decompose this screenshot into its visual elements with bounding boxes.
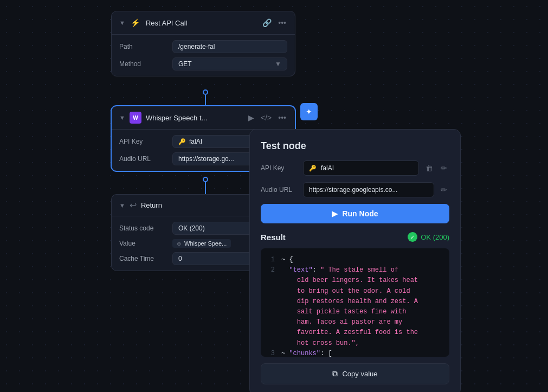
text-value: " The stale smell of old beer lingers. I… (281, 266, 418, 346)
whisper-header: ▼ W Whisper Speech t... ▶ </> ••• (112, 106, 295, 130)
delete-api-key-button[interactable]: 🗑 (423, 163, 435, 173)
colon-3: : (320, 350, 328, 357)
value-tag-text: Whisper Spee... (184, 240, 227, 247)
api-key-value: falAI (189, 138, 202, 145)
code-line-3: 3 ~ "chunks": [ (267, 349, 443, 357)
path-field: Path /generate-fal (119, 40, 287, 53)
bracket-open: [ (328, 350, 332, 357)
link-button[interactable]: 🔗 (261, 17, 273, 28)
line-content-3: ~ "chunks": [ (281, 349, 443, 357)
tilde-3: ~ (281, 350, 289, 357)
copy-value-button[interactable]: ⧉ Copy value (261, 363, 449, 384)
method-value: GET (178, 60, 192, 68)
test-api-key-value: falAI (321, 164, 334, 172)
edit-audio-url-button[interactable]: ✏ (439, 184, 449, 195)
whisper-title: Whisper Speech t... (146, 114, 207, 122)
method-chevron-icon: ▼ (275, 60, 281, 68)
more-button[interactable]: ••• (277, 17, 287, 28)
line-num-3: 3 (267, 349, 275, 357)
copy-button-label: Copy value (342, 370, 377, 378)
play-icon: ▶ (332, 209, 338, 218)
test-api-key-label: API Key (261, 164, 299, 172)
return-title: Return (141, 201, 162, 209)
play-button[interactable]: ▶ (247, 112, 255, 123)
code-line-1: 1 ~ { (267, 255, 443, 265)
wand-button[interactable]: ✦ (300, 103, 318, 120)
connector-dot-2 (203, 177, 208, 182)
path-label: Path (119, 43, 168, 50)
path-value: /generate-fal (172, 40, 287, 53)
whisper-icon: W (130, 112, 141, 124)
colon-1: : (313, 266, 320, 274)
result-header: Result ✓ OK (200) (261, 232, 449, 242)
key-icon: 🔑 (178, 138, 186, 145)
test-audio-url-field: Audio URL https://storage.googleapis.co.… (261, 182, 449, 197)
method-label: Method (119, 60, 168, 68)
rest-api-body: Path /generate-fal Method GET ▼ (112, 35, 295, 76)
return-chevron-icon[interactable]: ▼ (119, 202, 125, 209)
code-button[interactable]: </> (260, 112, 273, 123)
result-status: ✓ OK (200) (408, 232, 449, 242)
test-api-key-input: 🔑 falAI (303, 160, 419, 176)
method-field: Method GET ▼ (119, 57, 287, 70)
variable-icon: ⊕ (177, 241, 181, 247)
whisper-chevron-icon[interactable]: ▼ (119, 114, 125, 121)
api-key-label: API Key (119, 138, 168, 145)
test-audio-url-label: Audio URL (261, 186, 299, 194)
lightning-icon: ⚡ (130, 17, 141, 29)
chevron-icon[interactable]: ▼ (119, 20, 125, 26)
test-audio-url-input: https://storage.googleapis.co... (303, 182, 434, 197)
test-audio-url-value: https://storage.googleapis.co... (309, 186, 397, 194)
rest-api-header: ▼ ⚡ Rest API Call 🔗 ••• (112, 11, 295, 35)
status-check-icon: ✓ (408, 232, 417, 242)
result-title: Result (261, 233, 286, 242)
run-button-label: Run Node (342, 209, 378, 218)
rest-api-title: Rest API Call (146, 19, 188, 27)
test-api-key-field: API Key 🔑 falAI 🗑 ✏ (261, 160, 449, 176)
return-icon: ↩ (130, 200, 137, 210)
connector-dot-top (203, 89, 208, 95)
edit-api-key-button[interactable]: ✏ (439, 163, 449, 173)
audio-url-label: Audio URL (119, 155, 168, 163)
rest-api-node: ▼ ⚡ Rest API Call 🔗 ••• Path /generate-f… (111, 11, 295, 76)
value-label: Value (119, 240, 168, 247)
result-status-text: OK (200) (421, 233, 449, 241)
chunks-key: "chunks" (289, 350, 320, 357)
result-code-block: 1 ~ { 2 "text": " The stale smell of old… (261, 248, 449, 357)
test-panel-title: Test node (261, 140, 449, 152)
test-key-icon: 🔑 (309, 165, 317, 172)
code-line-2: 2 "text": " The stale smell of old beer … (267, 265, 443, 349)
line-num-2: 2 (267, 265, 275, 349)
method-select[interactable]: GET ▼ (172, 57, 287, 70)
line-num-1: 1 (267, 255, 275, 265)
test-panel: Test node API Key 🔑 falAI 🗑 ✏ Audio URL … (249, 129, 461, 392)
value-tag: ⊕ Whisper Spee... (172, 239, 231, 248)
run-node-button[interactable]: ▶ Run Node (261, 204, 449, 223)
whisper-more-button[interactable]: ••• (277, 112, 287, 123)
status-code-label: Status code (119, 224, 168, 232)
cache-time-label: Cache Time (119, 255, 168, 262)
wand-icon: ✦ (306, 107, 312, 116)
copy-icon: ⧉ (332, 369, 338, 378)
text-key: "text" (281, 266, 313, 274)
line-content-1: ~ { (281, 255, 443, 265)
line-content-2: "text": " The stale smell of old beer li… (281, 265, 443, 349)
